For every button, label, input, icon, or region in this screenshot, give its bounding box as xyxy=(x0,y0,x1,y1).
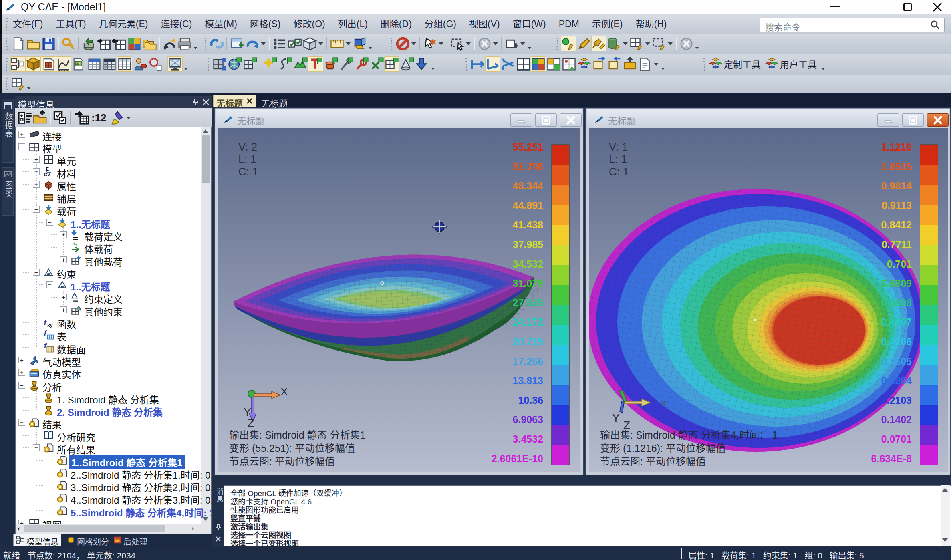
svg-text:xy: xy xyxy=(47,322,53,328)
svg-text:f: f xyxy=(44,330,47,337)
svg-text:f: f xyxy=(44,318,47,326)
svg-text:E: E xyxy=(46,167,49,171)
